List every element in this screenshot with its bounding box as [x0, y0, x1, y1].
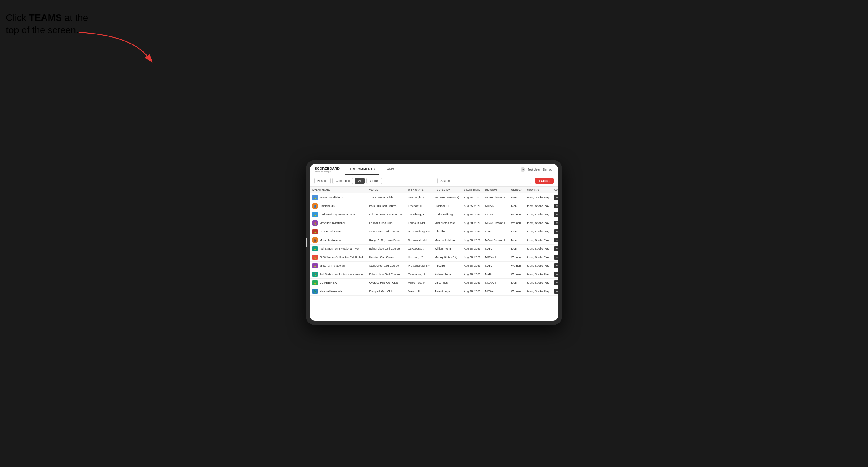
edit-button[interactable]: ✏ Edit [554, 204, 558, 208]
cell-scoring: team, Stroke Play [525, 193, 552, 201]
svg-text:⛳: ⛳ [314, 256, 317, 259]
cell-hosted-by: Murray State (OK) [432, 253, 461, 261]
table-row: 🐻Morris InvitationalRuttger's Bay Lake R… [310, 236, 558, 244]
cell-division: NAIA [483, 270, 509, 278]
edit-button[interactable]: ✏ Edit [554, 238, 558, 243]
cell-division: NAIA [483, 244, 509, 253]
edit-button[interactable]: ✏ Edit [554, 255, 558, 259]
table-row: ⛳UPIKE Fall InviteStoneCrest Golf Course… [310, 227, 558, 236]
cell-actions: ✏ Edit [551, 219, 558, 227]
cell-division: NICAA II [483, 253, 509, 261]
edit-pencil-icon: ✏ [556, 264, 558, 267]
cell-event-name: ⛳Fall Statesmen Invitational - Women [310, 270, 367, 278]
cell-hosted-by: Pikeville [432, 227, 461, 236]
annotation-text: Click TEAMS at the top of the screen. [6, 12, 88, 36]
tab-hosting[interactable]: Hosting [314, 178, 331, 184]
cell-actions: ✏ Edit [551, 210, 558, 219]
cell-division: NCAA Division III [483, 236, 509, 244]
cell-event-name: ⛳MSMC Qualifying 1 [310, 193, 367, 201]
cell-division: NICAA I [483, 210, 509, 219]
tab-all[interactable]: All [355, 178, 365, 184]
svg-text:⛳: ⛳ [314, 282, 317, 285]
cell-gender: Men [509, 201, 525, 210]
cell-city-state: Hesston, KS [406, 253, 432, 261]
table-row: ⛳VU PREVIEWCypress Hills Golf ClubVincen… [310, 278, 558, 287]
edit-button[interactable]: ✏ Edit [554, 263, 558, 268]
cell-scoring: team, Stroke Play [525, 270, 552, 278]
cell-venue: Edmundson Golf Course [367, 270, 405, 278]
cell-event-name: ⛳UPIKE Fall Invite [310, 227, 367, 236]
edit-button[interactable]: ✏ Edit [554, 246, 558, 251]
edit-pencil-icon: ✏ [556, 256, 558, 259]
cell-division: NAIA [483, 227, 509, 236]
search-input[interactable] [437, 178, 531, 184]
gear-icon[interactable]: ⚙ [521, 167, 525, 172]
edit-pencil-icon: ✏ [556, 290, 558, 293]
create-button[interactable]: + Create [535, 178, 554, 184]
cell-event-name: ⛳2023 Women's Hesston Fall Kickoff [310, 253, 367, 261]
edit-pencil-icon: ✏ [556, 222, 558, 224]
tab-competing[interactable]: Competing [333, 178, 353, 184]
cell-city-state: Prestonsburg, KY [406, 227, 432, 236]
cell-actions: ✏ Edit [551, 287, 558, 295]
cell-hosted-by: William Penn [432, 270, 461, 278]
cell-division: NICAA I [483, 201, 509, 210]
cell-city-state: Deerwood, MN [406, 236, 432, 244]
cell-scoring: team, Stroke Play [525, 261, 552, 270]
cell-venue: The Powelton Club [367, 193, 405, 201]
edit-button[interactable]: ✏ Edit [554, 195, 558, 200]
cell-hosted-by: Highland CC [432, 201, 461, 210]
edit-button[interactable]: ✏ Edit [554, 212, 558, 217]
cell-scoring: team, Stroke Play [525, 219, 552, 227]
cell-venue: Cypress Hills Golf Club [367, 278, 405, 287]
nav-links: TOURNAMENTS TEAMS [345, 164, 520, 176]
nav-teams[interactable]: TEAMS [379, 164, 398, 176]
cell-gender: Women [509, 270, 525, 278]
cell-city-state: Freeport, IL [406, 201, 432, 210]
arrow-indicator [76, 29, 159, 66]
cell-venue: Edmundson Golf Course [367, 244, 405, 253]
cell-event-name: ⛳Maverick Invitational [310, 219, 367, 227]
nav-tournaments[interactable]: TOURNAMENTS [345, 164, 379, 176]
cell-actions: ✏ Edit [551, 244, 558, 253]
svg-text:⛳: ⛳ [314, 273, 317, 276]
edit-pencil-icon: ✏ [556, 230, 558, 233]
edit-pencil-icon: ✏ [556, 273, 558, 276]
cell-city-state: Oskaloosa, IA [406, 270, 432, 278]
cell-venue: Ruttger's Bay Lake Resort [367, 236, 405, 244]
edit-button[interactable]: ✏ Edit [554, 272, 558, 277]
cell-gender: Women [509, 219, 525, 227]
cell-venue: Faribault Golf Club [367, 219, 405, 227]
cell-scoring: team, Stroke Play [525, 287, 552, 295]
annotation-bold: TEAMS [29, 12, 62, 23]
cell-start-date: Aug 28, 2023 [461, 244, 483, 253]
nav-bar: SCOREBOARD Powered by clippit TOURNAMENT… [310, 164, 558, 176]
cell-hosted-by: Pikeville [432, 261, 461, 270]
edit-button[interactable]: ✏ Edit [554, 289, 558, 294]
edit-pencil-icon: ✏ [556, 213, 558, 216]
cell-start-date: Aug 28, 2023 [461, 253, 483, 261]
table-row: ⛳2023 Women's Hesston Fall KickoffHessto… [310, 253, 558, 261]
col-gender: GENDER [509, 187, 525, 193]
filter-button[interactable]: ≡ Filter [366, 178, 382, 184]
edit-button[interactable]: ✏ Edit [554, 229, 558, 234]
table-row: ⛳Fall Statesmen Invitational - WomenEdmu… [310, 270, 558, 278]
svg-text:⛳: ⛳ [314, 213, 317, 216]
cell-start-date: Aug 28, 2023 [461, 278, 483, 287]
cell-division: NICAA I [483, 287, 509, 295]
cell-start-date: Aug 26, 2023 [461, 210, 483, 219]
cell-start-date: Aug 28, 2023 [461, 261, 483, 270]
edit-button[interactable]: ✏ Edit [554, 221, 558, 225]
cell-scoring: team, Stroke Play [525, 227, 552, 236]
cell-division: NCAA Division II [483, 219, 509, 227]
svg-text:⛳: ⛳ [314, 264, 317, 268]
cell-scoring: team, Stroke Play [525, 244, 552, 253]
cell-start-date: Aug 28, 2023 [461, 270, 483, 278]
cell-gender: Women [509, 253, 525, 261]
edit-button[interactable]: ✏ Edit [554, 280, 558, 285]
cell-scoring: team, Stroke Play [525, 201, 552, 210]
cell-event-name: ⛳VU PREVIEW [310, 278, 367, 287]
cell-venue: StoneCrest Golf Course [367, 227, 405, 236]
logo: SCOREBOARD Powered by clippit [315, 167, 340, 173]
cell-gender: Women [509, 210, 525, 219]
